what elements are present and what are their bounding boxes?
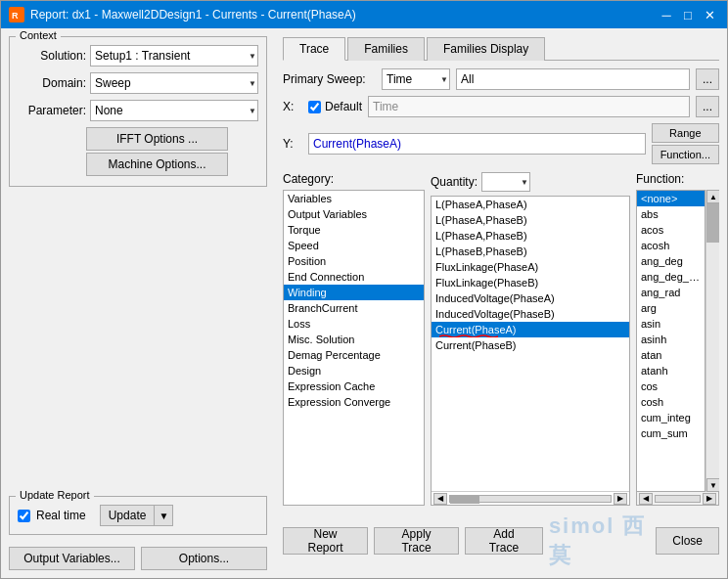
list-item[interactable]: L(PhaseA,PhaseB) [432,212,629,228]
function-list[interactable]: <none> abs acos acosh ang_deg ang_deg_va… [637,191,705,491]
quantity-filter-select[interactable] [481,172,530,192]
x-input[interactable] [368,96,690,117]
list-item[interactable]: Position [284,253,424,269]
scroll-left-arrow[interactable]: ◀ [433,493,447,505]
func-h-track[interactable] [655,495,701,503]
list-item[interactable]: asin [637,316,705,332]
close-button[interactable]: ✕ [700,5,719,24]
bottom-action-buttons: New Report Apply Trace Add Trace simol 西… [283,506,719,570]
category-winding-item[interactable]: Winding [284,285,424,300]
list-item[interactable]: Variables [284,191,424,206]
list-item[interactable]: acos [637,222,705,238]
all-input[interactable] [456,68,690,90]
function-none-item[interactable]: <none> [637,191,705,206]
close-dialog-button[interactable]: Close [656,527,719,555]
add-trace-button[interactable]: Add Trace [465,527,543,555]
list-item[interactable]: cosh [637,394,705,410]
list-item[interactable]: End Connection [284,269,424,285]
solution-select[interactable]: Setup1 : Transient [90,45,258,67]
list-item[interactable]: L(PhaseA,PhaseB) [432,228,629,244]
output-variables-button[interactable]: Output Variables... [9,547,135,570]
three-columns: Category: Variables Output Variables Tor… [283,172,719,506]
range-button[interactable]: Range [652,123,719,143]
list-item[interactable]: Design [284,363,424,379]
list-item[interactable]: Demag Percentage [284,347,424,363]
left-panel: Context Solution: Setup1 : Transient ▼ D… [1,28,275,578]
tab-families-display[interactable]: Families Display [427,37,545,61]
list-item[interactable]: ang_rad [637,285,705,300]
list-item[interactable]: L(PhaseA,PhaseA) [432,197,629,212]
list-item[interactable]: arg [637,300,705,316]
list-item[interactable]: atan [637,347,705,363]
func-scroll-up[interactable]: ▲ [706,190,719,203]
list-item[interactable]: Torque [284,222,424,238]
tab-trace[interactable]: Trace [283,37,345,61]
function-button[interactable]: Function... [652,145,719,164]
primary-sweep-dots-button[interactable]: ... [696,68,719,90]
maximize-button[interactable]: □ [678,5,698,24]
list-item[interactable]: L(PhaseB,PhaseB) [432,244,629,259]
list-item[interactable]: ang_deg_val [637,269,705,285]
func-scroll-right[interactable]: ▶ [703,493,716,505]
quantity-current-phasea-item[interactable]: Current(PhaseA) [432,322,629,337]
list-item[interactable]: asinh [637,332,705,347]
list-item[interactable]: cum_integ [637,410,705,425]
parameter-select[interactable]: None [90,100,258,121]
tab-families[interactable]: Families [347,37,425,61]
update-button[interactable]: Update [100,505,155,526]
list-item[interactable]: Expression Converge [284,394,424,410]
x-row: X: Default ... [283,96,719,117]
scroll-track[interactable] [449,495,612,503]
ifft-options-button[interactable]: IFFT Options ... [86,127,228,151]
list-item[interactable]: FluxLinkage(PhaseB) [432,275,629,290]
function-list-area: <none> abs acos acosh ang_deg ang_deg_va… [636,190,705,492]
solution-label: Solution: [18,49,86,63]
domain-select[interactable]: Sweep [90,72,258,94]
list-item[interactable]: BranchCurrent [284,300,424,316]
category-column: Category: Variables Output Variables Tor… [283,172,425,506]
list-item[interactable]: InducedVoltage(PhaseA) [432,290,629,306]
scroll-right-arrow[interactable]: ▶ [614,493,627,505]
quantity-filter-wrap: ▼ [481,172,530,192]
context-group: Context Solution: Setup1 : Transient ▼ D… [9,36,267,187]
options-button[interactable]: Options... [141,547,267,570]
list-item[interactable]: Output Variables [284,206,424,222]
list-item[interactable]: Loss [284,316,424,332]
list-item[interactable]: Current(PhaseB) [432,337,629,353]
function-vertical-scrollbar: ▲ ▼ [705,190,719,492]
x-dots-button[interactable]: ... [696,96,719,117]
category-list[interactable]: Variables Output Variables Torque Speed … [283,190,425,506]
list-item[interactable]: Speed [284,238,424,253]
new-report-button[interactable]: New Report [283,527,368,555]
y-input[interactable] [308,133,646,155]
primary-sweep-select[interactable]: Time [382,68,450,90]
func-scroll-left[interactable]: ◀ [639,493,653,505]
func-scroll-down[interactable]: ▼ [706,478,719,492]
y-input-wrap [308,133,646,155]
watermark: simol 西莫 [549,512,650,570]
list-item[interactable]: cos [637,379,705,394]
list-item[interactable]: ang_deg [637,253,705,269]
update-dropdown-button[interactable]: ▼ [154,505,173,526]
parameter-select-wrapper: None ▼ [90,100,258,121]
list-item[interactable]: cum_sum [637,425,705,441]
list-item[interactable]: acosh [637,238,705,253]
right-panel: Trace Families Families Display Primary … [275,28,727,578]
list-item[interactable]: InducedVoltage(PhaseB) [432,306,629,322]
machine-options-button[interactable]: Machine Options... [86,153,228,176]
apply-trace-button[interactable]: Apply Trace [374,527,459,555]
realtime-checkbox[interactable] [18,510,30,522]
list-item[interactable]: Misc. Solution [284,332,424,347]
domain-select-wrapper: Sweep ▼ [90,72,258,94]
list-item[interactable]: atanh [637,363,705,379]
title-controls: ─ □ ✕ [657,5,719,24]
list-item[interactable]: abs [637,206,705,222]
quantity-list[interactable]: L(PhaseA,PhaseA) L(PhaseA,PhaseB) L(Phas… [432,197,629,491]
quantity-list-area: L(PhaseA,PhaseA) L(PhaseA,PhaseB) L(Phas… [431,196,630,506]
list-item[interactable]: Expression Cache [284,379,424,394]
func-scroll-track[interactable] [706,203,719,478]
quantity-header: Quantity: ▼ [431,172,630,192]
x-default-checkbox[interactable] [308,101,321,113]
list-item[interactable]: FluxLinkage(PhaseA) [432,259,629,275]
minimize-button[interactable]: ─ [657,5,676,24]
